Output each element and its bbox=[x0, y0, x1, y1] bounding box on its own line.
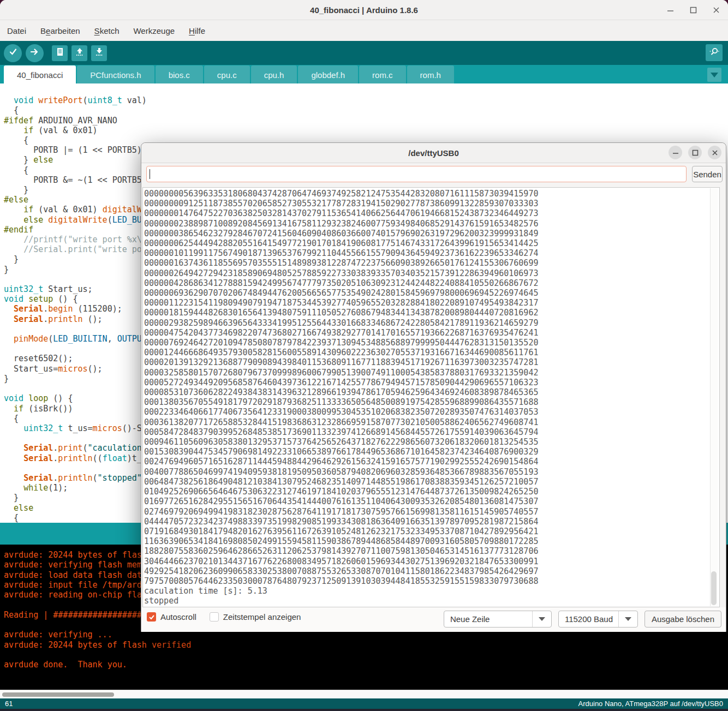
minimize-icon[interactable] bbox=[669, 146, 682, 159]
menu-sketch[interactable]: Sketch bbox=[92, 25, 122, 37]
tab-40-fibonacci[interactable]: 40_fibonacci bbox=[4, 65, 76, 84]
autoscroll-checkbox[interactable] bbox=[147, 612, 156, 622]
statusbar-board-info: Arduino Nano, ATmega328P auf /dev/ttyUSB… bbox=[578, 700, 723, 708]
text-cursor bbox=[150, 169, 150, 179]
tab-list-dropdown-button[interactable] bbox=[707, 68, 721, 82]
text-line: 0000000091251187385570206585273055321778… bbox=[144, 199, 719, 208]
chevron-down-icon bbox=[711, 73, 718, 77]
tab-globdef-h[interactable]: globdef.h bbox=[298, 65, 358, 84]
tab-pcfunctions-h[interactable]: PCfunctions.h bbox=[77, 65, 154, 84]
serial-monitor-button[interactable] bbox=[706, 44, 723, 61]
clear-output-button[interactable]: Ausgabe löschen bbox=[645, 611, 721, 628]
document-icon bbox=[55, 47, 65, 59]
text-line: stopped bbox=[144, 596, 719, 606]
main-titlebar: 40_fibonacci | Arduino 1.8.6 bbox=[0, 0, 728, 20]
text-line: 0000047542043773469822074736802716674938… bbox=[144, 328, 719, 338]
text-line: 0009461105609630583801329537157376425652… bbox=[144, 437, 719, 447]
tab-rom-c[interactable]: rom.c bbox=[359, 65, 406, 84]
screen: 40_fibonacci | Arduino 1.8.6 Datei Bearb… bbox=[0, 0, 728, 711]
baud-rate-value: 115200 Baud bbox=[559, 614, 618, 624]
text-line: 0274697920694994198318230287562876411917… bbox=[144, 507, 719, 517]
close-icon[interactable] bbox=[712, 5, 720, 14]
text-line: 0000325858015707268079673709998960067990… bbox=[144, 368, 719, 378]
check-icon bbox=[8, 47, 18, 59]
new-sketch-button[interactable] bbox=[52, 45, 68, 61]
line-ending-dropdown[interactable]: Neue Zeile bbox=[444, 611, 552, 628]
tab-cpu-c[interactable]: cpu.c bbox=[204, 65, 250, 84]
serial-send-input[interactable] bbox=[146, 166, 687, 182]
text-line: 0024769496057165162871144459488442964629… bbox=[144, 457, 719, 467]
text-line: 0000000238898710089208456913416758112932… bbox=[144, 219, 719, 229]
text-line: 3046446623702101344371677622680083495718… bbox=[144, 557, 719, 566]
text-line: 0000527249344920956858764604397361221671… bbox=[144, 378, 719, 387]
text-line: 0000076924642720109478508078797842239371… bbox=[144, 338, 719, 348]
text-line: 0104925269066564646753063223127461971841… bbox=[144, 487, 719, 497]
save-sketch-button[interactable] bbox=[91, 45, 107, 61]
text-line: 1163639065341841698085024991559458115903… bbox=[144, 536, 719, 546]
horizontal-scrollbar-thumb[interactable] bbox=[2, 692, 114, 697]
text-line: 0000029382598946639656433341995125564433… bbox=[144, 318, 719, 328]
text-line: 0444470572323423749883397351998290851993… bbox=[144, 517, 719, 527]
timestamp-checkbox[interactable] bbox=[210, 612, 219, 622]
text-line: avrdude: 20244 bytes of flash verified bbox=[4, 640, 728, 650]
text-line: 0000002649427294231858906948052578859227… bbox=[144, 268, 719, 278]
text-line bbox=[4, 86, 728, 95]
window-title: 40_fibonacci | Arduino 1.8.6 bbox=[0, 0, 728, 20]
menu-werkzeuge[interactable]: Werkzeuge bbox=[131, 25, 177, 37]
close-icon[interactable] bbox=[708, 146, 721, 159]
text-line: 0000011223154119809490791947187534453927… bbox=[144, 298, 719, 308]
tab-bios-c[interactable]: bios.c bbox=[156, 65, 203, 84]
text-line: 7975700805764462335030007876480792371250… bbox=[144, 576, 719, 586]
menu-datei[interactable]: Datei bbox=[5, 25, 28, 37]
text-line: 0000000386546232792846707241560460904086… bbox=[144, 229, 719, 238]
text-line: 0000001637436118556957035551514898938122… bbox=[144, 258, 719, 268]
horizontal-scrollbar[interactable] bbox=[0, 690, 728, 699]
down-arrow-icon bbox=[94, 47, 104, 59]
serial-bottom-bar: Autoscroll Zeitstempel anzeigen Neue Zei… bbox=[141, 607, 726, 632]
text-line: 0003613820771726588532844151983686312328… bbox=[144, 417, 719, 427]
tab-cpu-h[interactable]: cpu.h bbox=[251, 65, 297, 84]
serial-scrollbar-thumb[interactable] bbox=[711, 571, 717, 605]
line-ending-value: Neue Zeile bbox=[444, 614, 532, 624]
text-line: if (val & 0x01) bbox=[4, 126, 728, 135]
tab-rom-h[interactable]: rom.h bbox=[407, 65, 454, 84]
menubar: Datei Bearbeiten Sketch Werkzeuge Hilfe bbox=[0, 20, 728, 41]
text-line: 0015308390447534579069814922331066538976… bbox=[144, 447, 719, 457]
serial-output-area[interactable]: 0000000056396335318068043742870647469374… bbox=[142, 187, 720, 607]
text-line: 0040077886504699741940959381819509503605… bbox=[144, 467, 719, 477]
serial-vertical-scrollbar[interactable] bbox=[710, 188, 718, 606]
upload-button[interactable] bbox=[26, 44, 44, 62]
text-line: 0000853107360628224938438314396321289661… bbox=[144, 387, 719, 397]
text-line: 0005847284837903995268485385173690113323… bbox=[144, 427, 719, 437]
text-line: 0000004286863412788815942499567477797350… bbox=[144, 278, 719, 288]
serial-window-title: /dev/ttyUSB0 bbox=[141, 143, 726, 163]
magnifier-icon bbox=[709, 46, 720, 59]
check-icon bbox=[148, 614, 155, 620]
maximize-icon[interactable] bbox=[689, 5, 697, 14]
menu-hilfe[interactable]: Hilfe bbox=[187, 25, 207, 37]
text-line: 0064847382561864904812103841307952468235… bbox=[144, 477, 719, 487]
maximize-icon[interactable] bbox=[688, 146, 702, 159]
right-arrow-icon bbox=[30, 47, 40, 59]
text-line: 0000001011991175674901871396537679921104… bbox=[144, 248, 719, 258]
serial-options: Autoscroll Zeitstempel anzeigen bbox=[147, 612, 301, 622]
text-line: 0000000625444942882055164154977219017018… bbox=[144, 238, 719, 248]
open-sketch-button[interactable] bbox=[71, 45, 87, 61]
verify-button[interactable] bbox=[4, 44, 22, 62]
menu-bearbeiten[interactable]: Bearbeiten bbox=[38, 25, 82, 37]
chevron-down-icon bbox=[625, 617, 631, 621]
text-line: 4929254182062360990658330253800708875532… bbox=[144, 566, 719, 576]
serial-monitor-window: /dev/ttyUSB0 Senden 00000000563963353180… bbox=[141, 142, 726, 632]
text-line: 0000018159444826830165641394807591110505… bbox=[144, 308, 719, 318]
text-line: { bbox=[4, 105, 728, 115]
dropdown-chevron[interactable] bbox=[532, 611, 551, 627]
text-line: 0000000147647522703638250328143702791153… bbox=[144, 208, 719, 218]
statusbar-line-number: 61 bbox=[5, 700, 13, 708]
dropdown-chevron[interactable] bbox=[618, 611, 637, 627]
baud-rate-dropdown[interactable]: 115200 Baud bbox=[558, 611, 638, 628]
timestamp-label: Zeitstempel anzeigen bbox=[223, 612, 301, 622]
send-button[interactable]: Senden bbox=[692, 166, 723, 182]
text-line: 0000000056396335318068043742870647469374… bbox=[144, 189, 719, 199]
serial-titlebar: /dev/ttyUSB0 bbox=[141, 143, 726, 163]
minimize-icon[interactable] bbox=[666, 5, 675, 14]
